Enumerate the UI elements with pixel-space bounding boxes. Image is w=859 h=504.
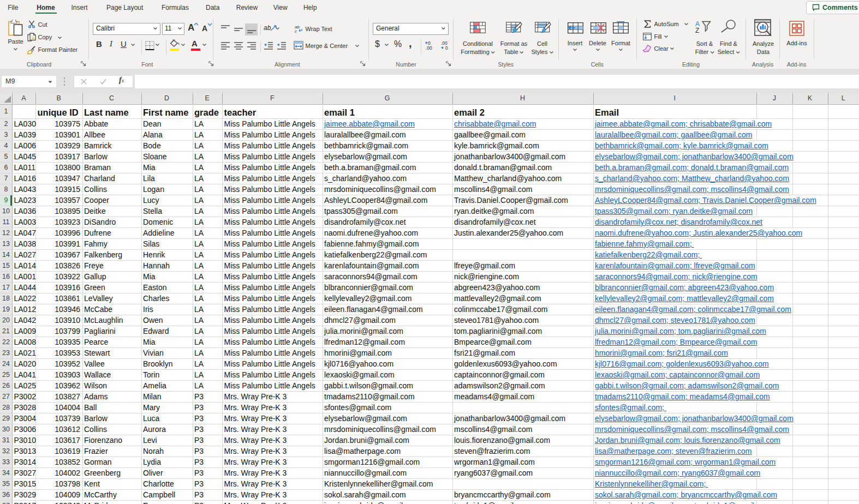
- svg-text:Z: Z: [695, 27, 699, 33]
- svg-text:c: c: [295, 29, 297, 33]
- svg-text:0: 0: [445, 45, 448, 50]
- svg-text:.00: .00: [426, 45, 432, 50]
